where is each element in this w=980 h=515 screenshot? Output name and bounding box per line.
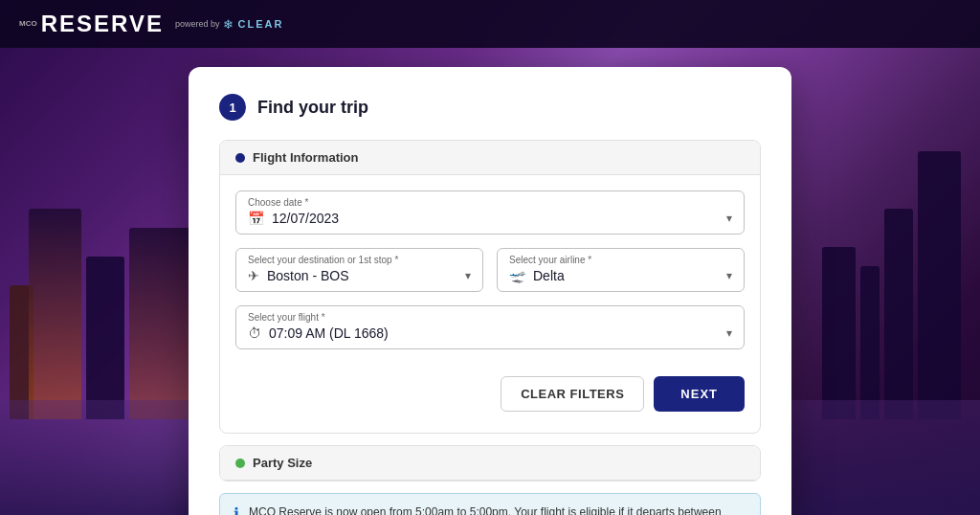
destination-value-row: ✈ Boston - BOS ▾ — [248, 268, 471, 283]
destination-dropdown-arrow: ▾ — [465, 269, 471, 282]
destination-value: Boston - BOS — [267, 268, 465, 283]
destination-field[interactable]: Select your destination or 1st stop * ✈ … — [235, 248, 483, 292]
info-banner: ℹ MCO Reserve is now open from 5:00am to… — [219, 493, 761, 515]
date-field[interactable]: Choose date * 📅 12/07/2023 ▾ — [235, 190, 745, 235]
airline-dropdown-arrow: ▾ — [726, 269, 732, 282]
date-label: Choose date * — [248, 197, 732, 208]
destination-label: Select your destination or 1st stop * — [248, 255, 471, 265]
info-icon: ℹ — [234, 504, 239, 515]
info-text: MCO Reserve is now open from 5:00am to 5… — [249, 504, 746, 515]
clear-filters-button[interactable]: CLEAR FILTERS — [501, 376, 644, 412]
party-section-header: Party Size — [220, 446, 760, 481]
party-dot — [235, 459, 245, 468]
app-header: MCO RESERVE powered by ❄ CLEAR — [0, 0, 980, 48]
main-content: 1 Find your trip Flight Information Choo… — [0, 48, 980, 515]
airline-field[interactable]: Select your airline * 🛫 Delta ▾ — [497, 248, 745, 292]
airline-icon: 🛫 — [509, 268, 525, 283]
airline-value-row: 🛫 Delta ▾ — [509, 268, 732, 283]
flight-value: 07:09 AM (DL 1668) — [269, 325, 726, 341]
party-section-title: Party Size — [253, 456, 312, 470]
flight-section-body: Choose date * 📅 12/07/2023 ▾ Select your… — [220, 175, 760, 433]
step-header: 1 Find your trip — [219, 94, 761, 121]
flight-departure-icon: ⏱ — [248, 325, 261, 341]
date-field-group: Choose date * 📅 12/07/2023 ▾ — [235, 190, 745, 235]
logo-area: MCO RESERVE powered by ❄ CLEAR — [19, 11, 283, 37]
flight-section-title: Flight Information — [253, 150, 358, 165]
flight-value-row: ⏱ 07:09 AM (DL 1668) ▾ — [248, 325, 732, 341]
calendar-icon: 📅 — [248, 211, 264, 226]
date-value: 12/07/2023 — [272, 211, 726, 226]
destination-airline-row: Select your destination or 1st stop * ✈ … — [235, 248, 745, 305]
clear-icon: ❄ — [223, 17, 234, 32]
logo-mco: MCO — [19, 20, 37, 28]
step-title: Find your trip — [257, 98, 368, 118]
booking-card: 1 Find your trip Flight Information Choo… — [189, 67, 791, 515]
flight-information-section: Flight Information Choose date * 📅 12/07… — [219, 140, 761, 434]
logo-reserve-text: RESERVE — [41, 11, 164, 37]
flight-field[interactable]: Select your flight * ⏱ 07:09 AM (DL 1668… — [235, 305, 745, 349]
section-dot — [235, 153, 245, 163]
flight-dropdown-arrow: ▾ — [726, 326, 732, 340]
next-button[interactable]: NEXT — [654, 376, 745, 412]
action-buttons: CLEAR FILTERS NEXT — [235, 363, 745, 417]
airline-field-group: Select your airline * 🛫 Delta ▾ — [497, 248, 745, 305]
destination-field-group: Select your destination or 1st stop * ✈ … — [235, 248, 483, 292]
flight-section-header: Flight Information — [220, 141, 760, 175]
plane-icon: ✈ — [248, 268, 259, 283]
date-dropdown-arrow: ▾ — [726, 212, 732, 225]
flight-field-group: Select your flight * ⏱ 07:09 AM (DL 1668… — [235, 305, 745, 349]
party-size-section: Party Size — [219, 445, 761, 481]
date-value-row: 📅 12/07/2023 ▾ — [248, 211, 732, 226]
airline-label: Select your airline * — [509, 255, 732, 265]
powered-by: powered by ❄ CLEAR — [175, 17, 283, 32]
airline-value: Delta — [533, 268, 726, 283]
step-number: 1 — [219, 94, 246, 121]
flight-label: Select your flight * — [248, 312, 732, 323]
